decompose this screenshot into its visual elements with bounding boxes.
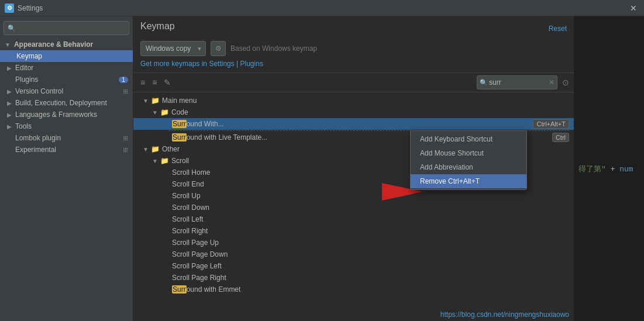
highlight-span: Surr	[172, 120, 187, 128]
sidebar-item-keymap[interactable]: Keymap	[0, 50, 133, 62]
tree-arrow-icon: ▼	[143, 146, 150, 153]
tree-row[interactable]: ▶ Surround with Emmet	[133, 284, 574, 295]
sidebar-item-label: Appearance & Behavior	[14, 40, 93, 49]
tree-item-label: Scroll Right	[172, 227, 569, 235]
tree-arrow-icon: ▼	[152, 109, 159, 116]
tree-toolbar: ≡ ≡ ✎ 🔍 ✕ ⊙	[133, 73, 574, 92]
sidebar-item-label: Editor	[15, 64, 33, 72]
expand-arrow-icon: ▶	[7, 65, 12, 71]
context-menu-item-remove[interactable]: Remove Ctrl+Alt+T	[411, 174, 526, 188]
folder-icon: 📁	[160, 157, 169, 165]
expand-all-button[interactable]: ≡	[138, 77, 147, 88]
folder-icon: 📁	[151, 145, 160, 153]
app-icon: ⚙	[5, 4, 14, 13]
search-field-icon: 🔍	[480, 79, 488, 87]
collapse-all-button[interactable]: ≡	[150, 77, 159, 88]
plugins-badge: 1	[119, 77, 128, 83]
context-menu-item-add-keyboard[interactable]: Add Keyboard Shortcut	[411, 132, 526, 146]
keymap-dropdown[interactable]: Windows copy Default Mac OS X Eclipse	[140, 41, 206, 56]
tree-row[interactable]: ▼ 📁 Main menu	[133, 95, 574, 106]
tree-row[interactable]: ▶ Surround With... Ctrl+Alt+T	[133, 118, 574, 130]
sidebar-item-label: Version Control	[15, 87, 63, 95]
tree-row[interactable]: ▶ Scroll Right	[133, 225, 574, 237]
tree-row[interactable]: ▶ Scroll Page Right	[133, 272, 574, 284]
shortcut-badge: Ctrl+Alt+T	[533, 119, 569, 129]
folder-icon: 📁	[151, 96, 160, 105]
tree-item-label: Scroll Page Right	[172, 274, 569, 282]
page-title: Keymap	[140, 21, 175, 32]
tree-item-label: Surround With...	[172, 120, 528, 128]
highlight-span: Surr	[172, 285, 187, 294]
experimental-badge: ⊞	[123, 146, 128, 154]
right-panel: 得了第" + num	[574, 16, 644, 321]
url-bar: https://blog.csdn.net/ningmengshuxiaowo	[440, 310, 569, 319]
content-header: Keymap Reset Windows copy Default Mac OS…	[133, 16, 574, 73]
sidebar-item-label: Tools	[15, 122, 32, 130]
tree-row[interactable]: ▶ Scroll Left	[133, 213, 574, 225]
keymap-dropdown-wrapper: Windows copy Default Mac OS X Eclipse ▼	[140, 41, 206, 56]
tree-area[interactable]: ▼ 📁 Main menu ▼ 📁 Code ▶ Surround With..…	[133, 92, 574, 321]
sidebar-item-version-control[interactable]: ▶ Version Control ⊞	[0, 85, 133, 97]
tree-row[interactable]: ▼ 📁 Code	[133, 106, 574, 118]
window-title: Settings	[18, 4, 628, 12]
tree-row[interactable]: ▶ Scroll Page Down	[133, 248, 574, 260]
tree-row[interactable]: ▶ Scroll Page Left	[133, 260, 574, 272]
keymap-link-row: Get more keymaps in Settings | Plugins	[140, 60, 567, 68]
sidebar-item-label: Languages & Frameworks	[15, 111, 97, 119]
tree-item-label: Scroll Down	[172, 203, 569, 212]
search-field-wrapper: 🔍 ✕	[477, 75, 557, 89]
url-text: https://blog.csdn.net/ningmengshuxiaowo	[440, 310, 569, 319]
tree-item-label: Scroll Up	[172, 192, 569, 200]
sidebar-item-experimental[interactable]: ▶ Experimental ⊞	[0, 144, 133, 156]
tree-row[interactable]: ▶ Scroll Page Up	[133, 237, 574, 248]
tree-item-label: Main menu	[162, 96, 569, 105]
close-button[interactable]: ✕	[628, 2, 639, 14]
tree-item-label: Code	[171, 108, 569, 116]
tree-row[interactable]: ▶ Scroll Up	[133, 190, 574, 202]
reset-button[interactable]: Reset	[549, 25, 567, 33]
sidebar-search-input[interactable]	[18, 24, 125, 32]
sidebar-item-label: Experimental	[15, 146, 56, 154]
expand-arrow-icon: ▼	[5, 42, 11, 48]
code-string: 得了第"	[578, 165, 606, 174]
highlight-span: Surr	[172, 133, 187, 141]
sidebar-search-box[interactable]: 🔍	[4, 21, 129, 35]
version-control-badge: ⊞	[123, 88, 128, 95]
expand-arrow-icon: ▶	[7, 112, 12, 118]
gear-icon: ⚙	[215, 44, 222, 53]
sidebar-item-appearance[interactable]: ▼ Appearance & Behavior	[0, 39, 133, 50]
tree-item-label: Scroll Page Up	[172, 239, 569, 247]
tree-item-label: Surround with Emmet	[172, 285, 569, 294]
code-variable: num	[619, 165, 633, 174]
sidebar-item-plugins[interactable]: ▶ Plugins 1	[0, 74, 133, 85]
sidebar-item-label: Build, Execution, Deployment	[15, 99, 107, 107]
tree-search-input[interactable]	[489, 78, 547, 87]
context-menu-item-add-abbreviation[interactable]: Add Abbreviation	[411, 160, 526, 174]
shortcut-badge: Ctrl	[552, 133, 569, 142]
sidebar-item-lombok[interactable]: ▶ Lombok plugin ⊞	[0, 132, 133, 144]
tree-arrow-icon: ▼	[143, 98, 150, 104]
code-text: 得了第" + num	[578, 164, 633, 174]
sidebar-item-label: Plugins	[15, 75, 38, 84]
code-operator: +	[611, 165, 620, 174]
sidebar-item-editor[interactable]: ▶ Editor	[0, 62, 133, 74]
expand-arrow-icon: ▶	[7, 123, 12, 130]
lombok-badge: ⊞	[123, 134, 128, 142]
context-menu: Add Keyboard Shortcut Add Mouse Shortcut…	[410, 130, 527, 190]
sidebar-item-tools[interactable]: ▶ Tools	[0, 120, 133, 132]
gear-button[interactable]: ⚙	[211, 41, 226, 56]
search-icon: 🔍	[8, 25, 16, 32]
sidebar-item-build[interactable]: ▶ Build, Execution, Deployment	[0, 97, 133, 109]
keymap-toolbar: Windows copy Default Mac OS X Eclipse ▼ …	[140, 41, 567, 56]
keymap-settings-link[interactable]: Get more keymaps in Settings | Plugins	[140, 60, 263, 68]
tree-row[interactable]: ▶ Scroll Down	[133, 202, 574, 213]
tree-arrow-icon: ▼	[152, 158, 159, 164]
clear-search-button[interactable]: ✕	[549, 78, 555, 87]
sidebar: 🔍 ▼ Appearance & Behavior Keymap ▶ Edito…	[0, 16, 133, 321]
edit-button[interactable]: ✎	[161, 77, 173, 88]
find-in-tree-button[interactable]: ⊙	[562, 78, 569, 87]
sidebar-item-languages[interactable]: ▶ Languages & Frameworks	[0, 109, 133, 120]
expand-arrow-icon: ▶	[7, 88, 12, 95]
tree-item-label: Scroll Page Down	[172, 250, 569, 258]
context-menu-item-add-mouse[interactable]: Add Mouse Shortcut	[411, 146, 526, 160]
